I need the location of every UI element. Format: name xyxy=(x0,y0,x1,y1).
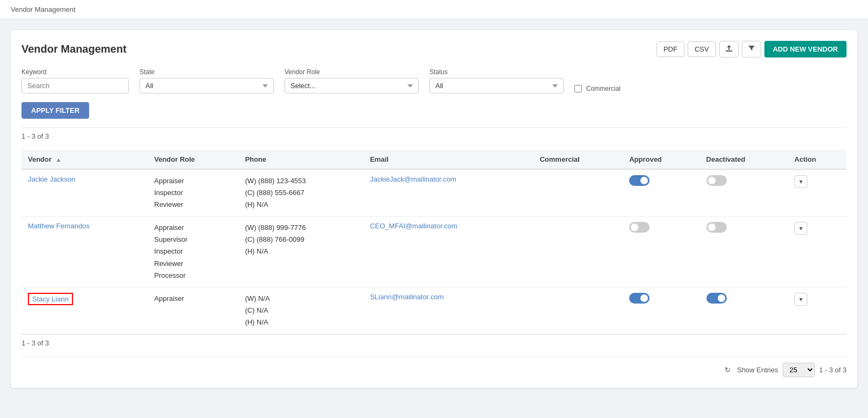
keyword-input[interactable] xyxy=(21,78,129,93)
table-row: Jackie JacksonAppraiserInspectorReviewer… xyxy=(21,169,847,217)
role-item: Inspector xyxy=(154,187,232,199)
commercial-checkbox[interactable] xyxy=(574,85,582,92)
col-email: Email xyxy=(363,150,533,169)
deactivated-toggle[interactable] xyxy=(706,175,727,186)
state-label: State xyxy=(140,68,274,76)
phone-item: (C) N/A xyxy=(245,305,357,316)
email-link[interactable]: JackieJack@mailinator.com xyxy=(370,175,456,183)
approved-cell xyxy=(623,169,699,217)
panel-header: Vendor Management PDF CSV ADD NEW VENDOR xyxy=(21,41,847,57)
count-top: 1 - 3 of 3 xyxy=(21,127,847,145)
role-item: Processor xyxy=(154,270,232,282)
entries-range: 1 - 3 of 3 xyxy=(819,366,847,374)
count-top-text: 1 - 3 of 3 xyxy=(21,132,49,140)
action-dropdown-button[interactable]: ▾ xyxy=(794,175,807,188)
phone-item: (W) (888) 123-4553 xyxy=(245,175,357,187)
action-cell: ▾ xyxy=(788,287,847,334)
count-bottom-text: 1 - 3 of 3 xyxy=(21,339,49,347)
email-cell: CEO_MFAI@mailinator.com xyxy=(363,217,533,287)
approved-cell xyxy=(623,287,699,334)
col-commercial: Commercial xyxy=(533,150,623,169)
col-approved: Approved xyxy=(623,150,699,169)
col-vendor-role: Vendor Role xyxy=(148,150,238,169)
roles-cell: Appraiser xyxy=(148,287,238,334)
show-entries-label: Show Entries xyxy=(737,366,778,374)
upload-icon xyxy=(725,45,733,52)
role-item: Appraiser xyxy=(154,175,232,187)
phone-cell: (W) (888) 999-7776(C) (888) 766-0099(H) … xyxy=(238,217,363,287)
panel-title: Vendor Management xyxy=(21,43,127,55)
commercial-cell xyxy=(533,217,623,287)
page-breadcrumb: Vendor Management xyxy=(0,0,868,19)
deactivated-toggle[interactable] xyxy=(706,293,727,304)
entries-select[interactable]: 25 50 100 xyxy=(783,363,815,377)
roles-cell: AppraiserInspectorReviewer xyxy=(148,169,238,217)
count-bottom: 1 - 3 of 3 xyxy=(21,334,847,351)
vendor-cell: Matthew Fernandos xyxy=(21,217,148,287)
table-row: Matthew FernandosAppraiserSupervisorInsp… xyxy=(21,217,847,287)
add-vendor-button[interactable]: ADD NEW VENDOR xyxy=(764,41,847,57)
table-row: Stacy LiannAppraiser(W) N/A(C) N/A(H) N/… xyxy=(21,287,847,334)
breadcrumb-title: Vendor Management xyxy=(11,5,76,13)
roles-cell: AppraiserSupervisorInspectorReviewerProc… xyxy=(148,217,238,287)
deactivated-cell xyxy=(700,287,788,334)
email-cell: SLiann@mailinator.com xyxy=(363,287,533,334)
role-item: Supervisor xyxy=(154,234,232,246)
vendor-role-filter-group: Vendor Role Select... xyxy=(285,68,419,93)
table-header: Vendor ▲ Vendor Role Phone Email Commerc… xyxy=(21,150,847,169)
action-cell: ▾ xyxy=(788,217,847,287)
vendor-role-select[interactable]: Select... xyxy=(285,78,419,93)
filter-button[interactable] xyxy=(742,41,761,57)
email-cell: JackieJack@mailinator.com xyxy=(363,169,533,217)
apply-filter-button[interactable]: APPLY FILTER xyxy=(21,102,89,119)
role-item: Inspector xyxy=(154,246,232,257)
deactivated-cell xyxy=(700,217,788,287)
show-entries-section: ↻ Show Entries 25 50 100 1 - 3 of 3 xyxy=(725,363,847,377)
col-action: Action xyxy=(788,150,847,169)
svg-rect-0 xyxy=(726,51,732,52)
approved-toggle[interactable] xyxy=(629,222,650,233)
status-select[interactable]: All xyxy=(429,78,564,93)
filter-section: Keyword State All Vendor Role Select... … xyxy=(21,68,847,93)
keyword-label: Keyword xyxy=(21,68,129,76)
status-label: Status xyxy=(429,68,564,76)
role-item: Reviewer xyxy=(154,258,232,270)
action-dropdown-button[interactable]: ▾ xyxy=(794,222,807,235)
upload-button[interactable] xyxy=(719,41,739,57)
vendor-role-label: Vendor Role xyxy=(285,68,419,76)
deactivated-toggle[interactable] xyxy=(706,222,727,233)
main-panel: Vendor Management PDF CSV ADD NEW VENDOR… xyxy=(11,30,857,388)
role-item: Appraiser xyxy=(154,222,232,234)
phone-cell: (W) N/A(C) N/A(H) N/A xyxy=(238,287,363,334)
status-filter-group: Status All xyxy=(429,68,564,93)
commercial-cell xyxy=(533,169,623,217)
csv-button[interactable]: CSV xyxy=(688,41,716,57)
phone-item: (H) N/A xyxy=(245,246,357,257)
vendor-link[interactable]: Matthew Fernandos xyxy=(28,222,90,230)
phone-item: (H) N/A xyxy=(245,199,357,211)
commercial-cell xyxy=(533,287,623,334)
table-body: Jackie JacksonAppraiserInspectorReviewer… xyxy=(21,169,847,334)
commercial-filter-group: Commercial xyxy=(574,85,621,92)
email-link[interactable]: CEO_MFAI@mailinator.com xyxy=(370,222,457,230)
pdf-button[interactable]: PDF xyxy=(657,41,684,57)
action-dropdown-button[interactable]: ▾ xyxy=(794,293,807,306)
vendor-link-highlighted[interactable]: Stacy Liann xyxy=(28,293,73,305)
vendor-link[interactable]: Jackie Jackson xyxy=(28,175,75,183)
email-link[interactable]: SLiann@mailinator.com xyxy=(370,293,443,301)
action-cell: ▾ xyxy=(788,169,847,217)
keyword-filter-group: Keyword xyxy=(21,68,129,93)
vendor-cell: Stacy Liann xyxy=(21,287,148,334)
col-vendor: Vendor ▲ xyxy=(21,150,148,169)
phone-item: (W) N/A xyxy=(245,293,357,305)
deactivated-cell xyxy=(700,169,788,217)
refresh-icon: ↻ xyxy=(725,366,731,374)
approved-toggle[interactable] xyxy=(629,293,650,304)
vendor-cell: Jackie Jackson xyxy=(21,169,148,217)
table-footer: ↻ Show Entries 25 50 100 1 - 3 of 3 xyxy=(21,357,847,377)
role-item: Reviewer xyxy=(154,199,232,211)
filter-icon xyxy=(748,45,755,52)
approved-toggle[interactable] xyxy=(629,175,650,186)
col-phone: Phone xyxy=(238,150,363,169)
state-select[interactable]: All xyxy=(140,78,274,93)
